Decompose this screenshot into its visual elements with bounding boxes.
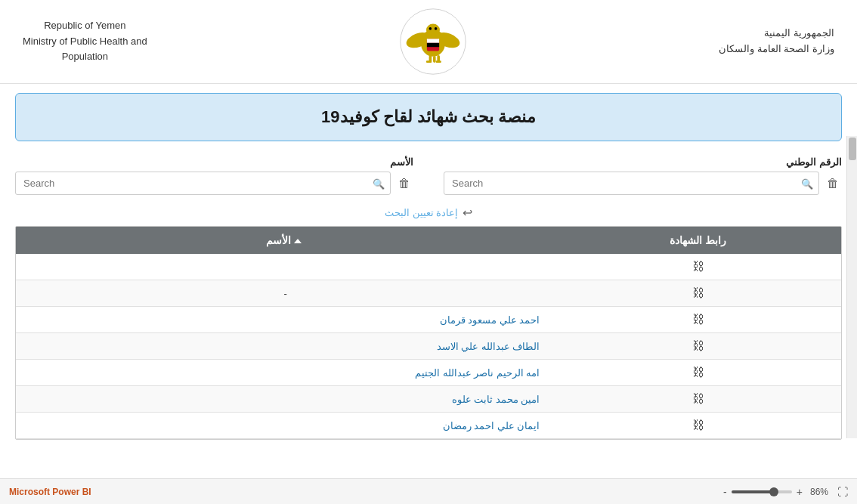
link-icon[interactable]: ⛓: [692, 313, 704, 326]
table-row: ⛓: [16, 254, 841, 280]
svg-point-14: [429, 27, 432, 30]
sort-icon: [294, 239, 302, 243]
link-icon[interactable]: ⛓: [692, 260, 704, 273]
name-input-row: 🔍 🗑: [15, 172, 413, 195]
link-cell[interactable]: ⛓: [555, 413, 841, 439]
results-table: رابط الشهادة الأسم ⛓⛓-⛓احمد علي مسعود قر…: [16, 227, 841, 439]
zoom-value: 86%: [810, 487, 828, 497]
link-cell[interactable]: ⛓: [555, 307, 841, 333]
org-name-en-line2: Ministry of Public Health and: [23, 36, 147, 47]
zoom-in-button[interactable]: +: [797, 486, 803, 498]
name-search-group: الأسم 🔍 🗑: [15, 156, 413, 195]
national-id-input[interactable]: [444, 172, 819, 195]
title-banner: منصة بحث شهائد لقاح كوفيد19: [15, 93, 842, 141]
page-header: Republic of Yemen Ministry of Public Hea…: [0, 0, 857, 84]
header-left-text: Republic of Yemen Ministry of Public Hea…: [23, 18, 147, 65]
link-cell[interactable]: ⛓: [555, 386, 841, 413]
svg-rect-6: [427, 39, 439, 42]
name-input-wrapper: 🔍: [15, 172, 391, 195]
name-cell: الطاف عبدالله علي الاسد: [16, 333, 555, 360]
name-cell: احمد علي مسعود قرمان: [16, 307, 555, 333]
table-row: ⛓ايمان علي احمد رمضان: [16, 413, 841, 439]
link-cell[interactable]: ⛓: [555, 360, 841, 386]
link-icon[interactable]: ⛓: [692, 339, 704, 352]
table-row: ⛓امه الرحيم ناصر عبدالله الجتيم: [16, 360, 841, 386]
col-link-header: رابط الشهادة: [555, 227, 841, 254]
national-id-clear-button[interactable]: 🗑: [824, 175, 842, 192]
name-search-icon: 🔍: [373, 178, 385, 189]
national-id-label: الرقم الوطني: [786, 156, 842, 168]
bottom-bar: Microsoft Power BI - + 86% ⛶: [0, 478, 857, 504]
zoom-slider-thumb: [769, 487, 778, 496]
name-cell: امين محمد ثابت علوه: [16, 386, 555, 413]
results-table-container: رابط الشهادة الأسم ⛓⛓-⛓احمد علي مسعود قر…: [15, 226, 842, 440]
national-id-input-wrapper: 🔍: [444, 172, 819, 195]
zoom-area: - + 86% ⛶: [723, 486, 848, 498]
name-cell: ايمان علي احمد رمضان: [16, 413, 555, 439]
svg-rect-9: [433, 56, 436, 63]
col-name-label: الأسم: [266, 234, 291, 246]
scrollbar[interactable]: [846, 136, 857, 438]
header-right-text: الجمهورية اليمنية وزارة الصحة العامة وال…: [719, 26, 834, 57]
table-body: ⛓⛓-⛓احمد علي مسعود قرمان⛓الطاف عبدالله ع…: [16, 254, 841, 439]
link-icon[interactable]: ⛓: [692, 286, 704, 299]
national-id-search-group: الرقم الوطني 🔍 🗑: [444, 156, 842, 195]
col-name-header: الأسم: [16, 227, 555, 254]
org-name-en-line1: Republic of Yemen: [44, 20, 125, 31]
table-row: ⛓امين محمد ثابت علوه: [16, 386, 841, 413]
org-name-ar-line2: وزارة الصحة العامة والسكان: [719, 43, 834, 54]
search-area: الرقم الوطني 🔍 🗑 الأسم 🔍 🗑: [0, 150, 857, 201]
table-row: ⛓احمد علي مسعود قرمان: [16, 307, 841, 333]
name-search-input[interactable]: [15, 172, 391, 195]
reset-area: ↩ إعادة تعيين البحث: [0, 201, 857, 226]
svg-rect-11: [426, 60, 432, 63]
table-row: ⛓الطاف عبدالله علي الاسد: [16, 333, 841, 360]
svg-rect-12: [436, 60, 441, 63]
name-clear-button[interactable]: 🗑: [395, 175, 413, 192]
org-name-en-line3: Population: [62, 51, 108, 62]
link-icon[interactable]: ⛓: [692, 419, 704, 431]
fullscreen-icon[interactable]: ⛶: [837, 486, 848, 498]
name-cell: [16, 254, 555, 280]
zoom-out-button[interactable]: -: [723, 486, 727, 498]
scrollbar-thumb[interactable]: [849, 138, 856, 160]
org-name-ar-line1: الجمهورية اليمنية: [764, 27, 834, 39]
svg-rect-7: [427, 43, 439, 47]
name-cell: -: [16, 280, 555, 307]
header-logo: [399, 8, 467, 76]
national-id-input-row: 🔍 🗑: [444, 172, 842, 195]
table-header-row: رابط الشهادة الأسم: [16, 227, 841, 254]
link-cell[interactable]: ⛓: [555, 280, 841, 307]
title-text: منصة بحث شهائد لقاح كوفيد19: [321, 107, 536, 126]
reset-button[interactable]: إعادة تعيين البحث: [385, 207, 458, 218]
national-id-search-icon: 🔍: [801, 178, 813, 189]
reset-icon: ↩: [463, 206, 472, 220]
svg-point-15: [435, 27, 438, 30]
table-row: ⛓-: [16, 280, 841, 307]
link-cell[interactable]: ⛓: [555, 333, 841, 360]
link-cell[interactable]: ⛓: [555, 254, 841, 280]
zoom-slider[interactable]: [732, 490, 792, 493]
name-cell: امه الرحيم ناصر عبدالله الجتيم: [16, 360, 555, 386]
link-icon[interactable]: ⛓: [692, 392, 704, 405]
col-link-label: رابط الشهادة: [670, 234, 726, 246]
name-label: الأسم: [390, 156, 413, 168]
powerbi-link[interactable]: Microsoft Power BI: [9, 487, 91, 497]
link-icon[interactable]: ⛓: [692, 366, 704, 379]
